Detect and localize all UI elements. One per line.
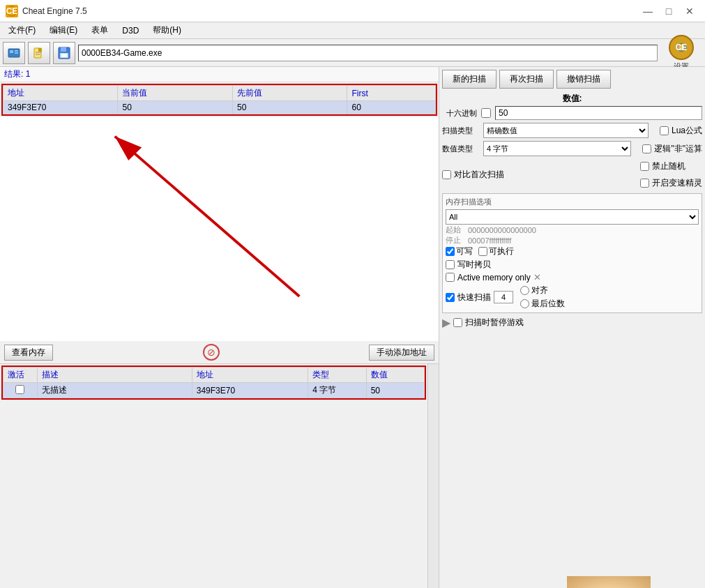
cheat-col-active: 激活 (3, 368, 38, 383)
memory-range-select[interactable]: All (446, 209, 699, 225)
writable-checkbox[interactable] (446, 247, 455, 256)
menu-table[interactable]: 表单 (86, 23, 114, 38)
cheat-table-row[interactable]: 无描述 349F3E70 4 字节 50 (3, 383, 425, 398)
executable-checkbox[interactable] (478, 247, 487, 256)
speed-wizard-label: 开启变速精灵 (652, 177, 702, 189)
speed-wizard-checkbox[interactable] (640, 179, 649, 188)
hex-row: 十六进制 (442, 106, 702, 120)
fast-scan-checkbox[interactable] (446, 293, 455, 302)
value-input[interactable] (495, 106, 702, 120)
minimize-button[interactable]: — (638, 4, 658, 18)
open-process-button[interactable] (3, 42, 25, 64)
maximize-button[interactable]: □ (659, 4, 679, 18)
executable-label: 可执行 (478, 246, 514, 257)
active-memory-checkbox[interactable] (446, 273, 455, 282)
active-memory-label: Active memory only (457, 273, 531, 282)
pause-checkbox[interactable] (453, 318, 462, 327)
cheat-table-container: 激活 描述 地址 类型 数值 (1, 365, 426, 400)
cheat-list-content: 激活 描述 地址 类型 数值 (0, 364, 427, 588)
scan-type-label: 扫描类型 (442, 126, 480, 136)
cheat-col-addr: 地址 (192, 368, 308, 383)
last-digit-radio-label: 最后位数 (520, 298, 565, 310)
compare-checkbox[interactable] (442, 170, 451, 179)
right-opts: 禁止随机 开启变速精灵 (640, 159, 702, 190)
fast-scan-label: 快速扫描 (457, 292, 491, 303)
add-address-button[interactable]: 手动添加地址 (369, 345, 434, 361)
save-button[interactable] (53, 42, 75, 64)
not-op-row: 逻辑"非"运算 (642, 143, 702, 155)
left-panel: 结果: 1 地址 当前值 先前值 First 349F3E70 (0, 67, 439, 588)
data-type-select[interactable]: 4 字节 (483, 141, 631, 156)
row-first: 60 (347, 101, 436, 114)
pause-label: 扫描时暂停游戏 (465, 317, 524, 329)
fast-scan-input[interactable] (494, 291, 513, 303)
align-radio-label: 对齐 (520, 285, 565, 296)
title-bar-left: CE Cheat Engine 7.5 (6, 5, 87, 17)
undo-scan-button[interactable]: 撤销扫描 (556, 70, 611, 89)
svg-rect-7 (38, 48, 42, 52)
cheat-active-checkbox[interactable] (15, 385, 24, 394)
next-scan-button[interactable]: 再次扫描 (499, 70, 554, 89)
lua-row: Lua公式 (660, 125, 702, 137)
ce-logo: CE (665, 33, 698, 61)
view-memory-button[interactable]: 查看内存 (4, 345, 53, 361)
start-value: 0000000000000000 (468, 226, 699, 234)
right-panel: 新的扫描 再次扫描 撤销扫描 数值: 十六进制 扫描类型 精确数值 Lua公式 (439, 67, 705, 588)
open-file-button[interactable] (28, 42, 50, 64)
left-main: 结果: 1 地址 当前值 先前值 First 349F3E70 (0, 67, 439, 588)
copy-on-write-label: 写时拷贝 (457, 259, 491, 271)
main-container: 结果: 1 地址 当前值 先前值 First 349F3E70 (0, 67, 705, 588)
menu-bar: 文件(F) 编辑(E) 表单 D3D 帮助(H) (0, 22, 705, 39)
scan-type-select[interactable]: 精确数值 (483, 123, 649, 138)
menu-edit[interactable]: 编辑(E) (44, 23, 83, 38)
align-radio[interactable] (520, 286, 529, 295)
copy-on-write-checkbox[interactable] (446, 260, 455, 269)
lua-checkbox[interactable] (660, 126, 669, 135)
not-op-checkbox[interactable] (642, 144, 651, 153)
writable-label: 可写 (446, 246, 473, 257)
hex-checkbox[interactable] (481, 108, 491, 118)
col-address: 地址 (3, 86, 118, 101)
results-count: 结果: 1 (0, 67, 439, 82)
stop-value: 00007fffffffffff (468, 236, 699, 245)
cheat-scrollbar[interactable] (427, 364, 439, 588)
app-icon: CE (6, 5, 18, 17)
svg-rect-3 (10, 50, 13, 53)
arrow-area (0, 117, 439, 341)
active-memory-clear[interactable]: ✕ (533, 272, 541, 282)
new-scan-button[interactable]: 新的扫描 (442, 70, 496, 89)
svg-line-18 (115, 137, 300, 296)
radio-group: 对齐 最后位数 (520, 285, 565, 310)
stop-icon[interactable]: ⊘ (203, 344, 220, 361)
expand-icon[interactable]: ▶ (442, 316, 450, 329)
cheat-col-type: 类型 (308, 368, 366, 383)
menu-help[interactable]: 帮助(H) (147, 23, 187, 38)
cheat-active[interactable] (3, 383, 38, 398)
stop-random-checkbox[interactable] (640, 162, 649, 171)
svg-rect-13 (61, 54, 67, 57)
cheat-list-scroll: 激活 描述 地址 类型 数值 (0, 364, 439, 588)
menu-d3d[interactable]: D3D (116, 24, 144, 37)
close-button[interactable]: ✕ (680, 4, 699, 18)
bottom-right-area: 附加内存设置 (567, 576, 699, 589)
cheat-value: 50 (366, 383, 424, 398)
table-row[interactable]: 349F3E70 50 50 60 (3, 101, 436, 114)
scan-type-row: 扫描类型 精确数值 Lua公式 (442, 123, 702, 138)
window-controls: — □ ✕ (638, 4, 699, 18)
start-label: 起始 (446, 225, 465, 235)
memory-dropdown-row: All (446, 209, 699, 225)
active-memory-row: Active memory only ✕ (446, 272, 699, 282)
title-bar: CE Cheat Engine 7.5 — □ ✕ (0, 0, 705, 22)
start-addr-row: 起始 0000000000000000 (446, 225, 699, 235)
fast-align-row: 快速扫描 对齐 最后位数 (446, 285, 699, 310)
cheat-desc: 无描述 (37, 383, 192, 398)
last-digit-radio[interactable] (520, 299, 529, 308)
svg-text:CE: CE (6, 6, 17, 16)
cheat-col-value: 数值 (366, 368, 424, 383)
svg-rect-11 (61, 47, 66, 52)
menu-file[interactable]: 文件(F) (3, 23, 41, 38)
svg-rect-5 (15, 52, 18, 54)
not-op-label: 逻辑"非"运算 (654, 143, 702, 155)
scan-buttons: 新的扫描 再次扫描 撤销扫描 (442, 70, 702, 89)
data-type-label: 数值类型 (442, 144, 480, 154)
